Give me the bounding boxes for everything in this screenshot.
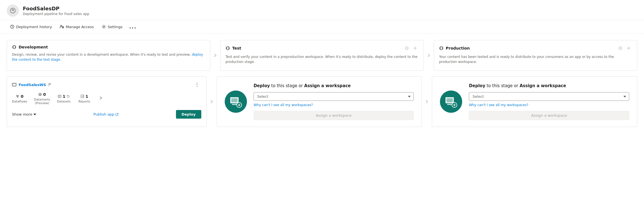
stats-next-button[interactable] — [98, 95, 104, 102]
deploy-title-test: Deploy to this stage or Assign a workspa… — [254, 83, 414, 88]
test-settings-icon-btn[interactable] — [412, 45, 418, 52]
deploy-icon-circle-test — [225, 91, 247, 113]
development-stage-title: Development — [19, 45, 48, 49]
nav-toolbar: Deployment history Manage Access Setting… — [0, 20, 644, 33]
stat-dataflows-label: Dataflows — [12, 100, 27, 103]
stage-title-row-test: Test — [226, 46, 241, 50]
app-header: FoodSalesDP Deployment pipeline for Food… — [0, 0, 644, 20]
workspace-kebab-menu[interactable]: ⋮ — [193, 82, 201, 88]
svg-rect-20 — [231, 98, 237, 102]
history-icon — [10, 25, 14, 29]
deploy-workspace-icon-test — [229, 95, 243, 108]
assign-workspace-button-prod: Assign a workspace — [469, 111, 629, 120]
assign-workspace-button-test: Assign a workspace — [254, 111, 414, 120]
stat-datamarts-value-row: 0 — [38, 92, 46, 97]
lower-arrow-2 — [422, 76, 432, 127]
production-stage-icon — [439, 46, 444, 50]
deployment-history-button[interactable]: Deployment history — [7, 23, 55, 31]
more-options-button[interactable]: ... — [127, 23, 139, 31]
deploy-link-dev[interactable]: deploy the content to the test stage. — [12, 53, 203, 62]
test-stage-actions — [403, 45, 418, 52]
stages-row: Development Design, review, and revise y… — [7, 40, 637, 71]
arrow-test-prod — [424, 50, 434, 60]
stat-datasets-num: 1 — [63, 94, 65, 99]
deploy-assign-card-test: Deploy to this stage or Assign a workspa… — [217, 76, 422, 127]
app-icon — [7, 4, 19, 17]
prod-settings-icon-btn[interactable] — [625, 45, 632, 52]
datasets-refresh-icon — [67, 95, 70, 98]
stat-datamarts-label: Datamarts(Preview) — [34, 98, 50, 105]
workspace-name-row: FoodSalesWS — [12, 82, 52, 87]
publish-app-button[interactable]: Publish app — [91, 111, 121, 118]
test-stage-card: Test — [220, 40, 424, 71]
chevron-right-icon — [100, 96, 102, 100]
development-stage-icon — [12, 45, 16, 49]
stage-header-prod: Production — [439, 45, 632, 52]
why-cant-see-link-test[interactable]: Why can't I see all my workspaces? — [254, 103, 414, 107]
lower-arrow-1 — [207, 76, 217, 127]
test-stage-desc: Test and verify your content in a prepro… — [226, 54, 418, 64]
svg-point-11 — [628, 48, 629, 49]
prod-history-icon-btn[interactable] — [617, 45, 624, 52]
why-cant-see-link-prod[interactable]: Why can't I see all my workspaces? — [469, 103, 629, 107]
svg-point-16 — [39, 93, 41, 94]
stat-reports-label: Reports — [79, 100, 90, 103]
stat-reports-value-row: 1 — [80, 94, 88, 99]
workspace-select-prod[interactable]: Select — [469, 92, 629, 101]
stat-reports-num: 1 — [85, 94, 88, 99]
manage-access-icon — [60, 25, 64, 29]
workspace-card: FoodSalesWS ⋮ 0 — [7, 76, 207, 127]
app-subtitle: Deployment pipeline for Food sales app — [23, 12, 89, 16]
reports-icon — [80, 94, 84, 98]
svg-point-15 — [17, 96, 18, 97]
development-stage-desc: Design, review, and revise your content … — [12, 52, 205, 62]
manage-access-button[interactable]: Manage Access — [56, 23, 97, 31]
show-more-button[interactable]: Show more — [12, 111, 36, 118]
stat-reports: 1 Reports — [77, 94, 91, 103]
deploy-icon-circle-prod — [440, 91, 462, 113]
test-history-icon-btn[interactable] — [403, 45, 410, 52]
svg-point-14 — [18, 95, 19, 96]
datamarts-icon — [38, 92, 42, 96]
dataflows-icon — [16, 94, 19, 98]
arrow-dev-test — [210, 50, 220, 60]
production-stage-desc: Your content has been tested and is read… — [439, 54, 632, 64]
stat-dataflows-value-row: 0 — [16, 94, 23, 99]
prod-stage-actions — [617, 45, 632, 52]
main-content: Development Design, review, and revise y… — [0, 33, 644, 134]
stage-title-row-dev: Development — [12, 45, 48, 49]
workspace-icon — [12, 82, 16, 87]
chevron-down-icon — [33, 114, 36, 115]
deploy-button[interactable]: Deploy — [176, 110, 201, 119]
stat-datamarts-num: 0 — [43, 92, 46, 97]
lower-row: FoodSalesWS ⋮ 0 — [7, 76, 637, 127]
workspace-flag-icon — [48, 83, 52, 87]
workspace-footer: Show more Publish app Deploy — [12, 110, 201, 119]
svg-point-13 — [16, 95, 18, 96]
deploy-assign-card-prod: Deploy to this stage or Assign a workspa… — [432, 76, 637, 127]
settings-button[interactable]: Settings — [98, 23, 126, 31]
svg-point-4 — [103, 26, 104, 28]
deploy-title-prod: Deploy to this stage or Assign a workspa… — [469, 83, 629, 88]
stage-header-dev: Development — [12, 45, 205, 49]
workspace-name-link[interactable]: FoodSalesWS — [19, 83, 46, 87]
stat-dataflows-num: 0 — [21, 94, 23, 99]
stat-datamarts: 0 Datamarts(Preview) — [34, 92, 50, 105]
development-stage-card: Development Design, review, and revise y… — [7, 40, 210, 71]
external-link-icon — [115, 113, 119, 116]
production-stage-card: Production — [434, 40, 637, 71]
stage-title-row-prod: Production — [439, 46, 470, 50]
deploy-workspace-icon-prod — [444, 95, 458, 108]
svg-point-8 — [415, 48, 416, 49]
test-stage-icon — [226, 46, 230, 50]
deploy-content-test: Deploy to this stage or Assign a workspa… — [254, 83, 414, 120]
svg-point-2 — [61, 25, 62, 27]
stage-header-test: Test — [226, 45, 418, 52]
deploy-content-prod: Deploy to this stage or Assign a workspa… — [469, 83, 629, 120]
stat-datasets: 1 Datasets — [57, 94, 71, 103]
workspace-select-test[interactable]: Select — [254, 92, 414, 101]
svg-rect-24 — [447, 98, 453, 102]
settings-icon — [102, 25, 106, 29]
stat-datasets-label: Datasets — [57, 100, 71, 103]
stats-row: 0 Dataflows 0 Datamarts(Preview) — [12, 92, 201, 105]
